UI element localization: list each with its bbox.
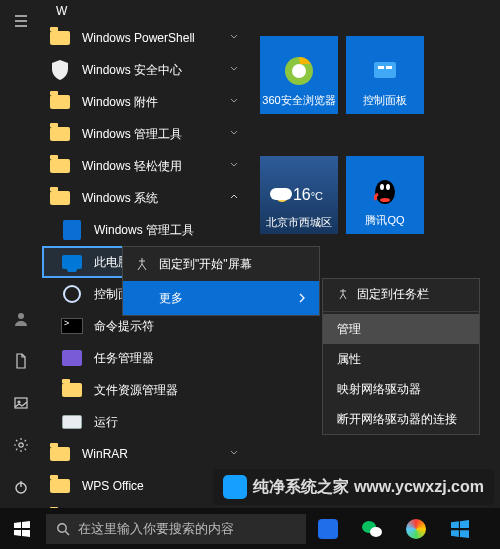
search-icon xyxy=(56,522,70,536)
svg-rect-7 xyxy=(374,62,396,78)
item-label: 文件资源管理器 xyxy=(94,382,247,399)
run-icon xyxy=(62,415,82,429)
taskbar: 在这里输入你要搜索的内容 xyxy=(0,508,500,549)
svg-point-6 xyxy=(292,64,306,78)
taskbar-app-4[interactable] xyxy=(438,508,482,549)
ctx2-label: 固定到任务栏 xyxy=(357,286,429,303)
wechat-icon xyxy=(361,519,383,539)
folder-powershell[interactable]: Windows PowerShell xyxy=(42,22,247,54)
start-menu: W Windows PowerShell Windows 安全中心 Window… xyxy=(0,0,500,549)
hamburger-button[interactable] xyxy=(0,0,42,42)
qq-icon xyxy=(368,174,402,208)
item-task-manager[interactable]: 任务管理器 xyxy=(42,342,247,374)
svg-point-17 xyxy=(370,527,382,537)
folder-icon xyxy=(50,191,70,205)
pin-icon xyxy=(337,288,349,300)
settings-icon[interactable] xyxy=(0,424,42,466)
documents-icon[interactable] xyxy=(0,340,42,382)
tile-label: 控制面板 xyxy=(363,93,407,108)
item-file-explorer[interactable]: 文件资源管理器 xyxy=(42,374,247,406)
windows-logo-icon xyxy=(14,521,30,537)
folder-winrar[interactable]: WinRAR xyxy=(42,438,247,470)
folder-label: Windows 轻松使用 xyxy=(82,158,247,175)
chevron-down-icon xyxy=(229,32,239,42)
ctx-pin-to-start[interactable]: 固定到"开始"屏幕 xyxy=(123,247,319,281)
folder-label: Windows 附件 xyxy=(82,94,247,111)
ctx2-label: 管理 xyxy=(337,321,361,338)
ctx2-properties[interactable]: 属性 xyxy=(323,344,479,374)
windows-logo-icon xyxy=(451,520,469,538)
context-menu-secondary: 固定到任务栏 管理 属性 映射网络驱动器 断开网络驱动器的连接 xyxy=(322,278,480,435)
ctx-label: 更多 xyxy=(159,290,183,307)
folder-icon xyxy=(50,479,70,493)
browser-icon xyxy=(406,519,426,539)
ctx2-label: 属性 xyxy=(337,351,361,368)
shield-icon xyxy=(51,60,69,80)
svg-point-0 xyxy=(18,313,24,319)
tile-weather[interactable]: 16°C 北京市西城区 xyxy=(260,156,338,234)
ctx2-manage[interactable]: 管理 xyxy=(323,314,479,344)
ctx2-map-drive[interactable]: 映射网络驱动器 xyxy=(323,374,479,404)
item-admin-tools[interactable]: Windows 管理工具 xyxy=(42,214,247,246)
context-menu-primary: 固定到"开始"屏幕 更多 xyxy=(122,246,320,316)
folder-icon xyxy=(50,95,70,109)
folder-ease-of-access[interactable]: Windows 轻松使用 xyxy=(42,150,247,182)
folder-icon xyxy=(50,127,70,141)
chevron-up-icon xyxy=(229,192,239,202)
folder-icon xyxy=(62,383,82,397)
chevron-down-icon xyxy=(229,64,239,74)
ctx2-pin-taskbar[interactable]: 固定到任务栏 xyxy=(323,279,479,309)
temperature: 16°C xyxy=(293,186,323,204)
folder-icon xyxy=(50,447,70,461)
item-run[interactable]: 运行 xyxy=(42,406,247,438)
user-icon[interactable] xyxy=(0,298,42,340)
separator xyxy=(323,311,479,312)
taskbar-app-3[interactable] xyxy=(394,508,438,549)
ctx-more[interactable]: 更多 xyxy=(123,281,319,315)
chevron-down-icon xyxy=(229,448,239,458)
svg-point-12 xyxy=(380,184,384,190)
tile-360-browser[interactable]: 360安全浏览器 xyxy=(260,36,338,114)
svg-point-13 xyxy=(386,184,390,190)
power-icon[interactable] xyxy=(0,466,42,508)
letter-header[interactable]: W xyxy=(42,0,247,22)
taskbar-app-1[interactable] xyxy=(306,508,350,549)
tile-control-panel[interactable]: 控制面板 xyxy=(346,36,424,114)
chevron-down-icon xyxy=(229,128,239,138)
search-placeholder: 在这里输入你要搜索的内容 xyxy=(78,520,234,538)
browser-icon xyxy=(282,54,316,88)
ctx-label: 固定到"开始"屏幕 xyxy=(159,256,252,273)
tile-label: 360安全浏览器 xyxy=(262,93,335,108)
pictures-icon[interactable] xyxy=(0,382,42,424)
gear-icon xyxy=(63,285,81,303)
ctx2-disconnect-drive[interactable]: 断开网络驱动器的连接 xyxy=(323,404,479,434)
svg-rect-8 xyxy=(378,66,384,69)
taskbar-search[interactable]: 在这里输入你要搜索的内容 xyxy=(46,514,306,544)
taskbar-app-2[interactable] xyxy=(350,508,394,549)
item-label: 命令提示符 xyxy=(94,318,247,335)
svg-point-14 xyxy=(380,198,390,202)
taskmgr-icon xyxy=(62,350,82,366)
folder-label: WinRAR xyxy=(82,447,247,461)
cmd-icon xyxy=(61,318,83,334)
folder-accessories[interactable]: Windows 附件 xyxy=(42,86,247,118)
chevron-down-icon xyxy=(229,96,239,106)
folder-icon xyxy=(50,159,70,173)
item-label: 运行 xyxy=(94,414,247,431)
start-button[interactable] xyxy=(0,508,44,549)
admin-tools-icon xyxy=(63,220,81,240)
item-label: 任务管理器 xyxy=(94,350,247,367)
tile-qq[interactable]: 腾讯QQ xyxy=(346,156,424,234)
pin-icon xyxy=(135,257,149,271)
item-label: Windows 管理工具 xyxy=(94,222,247,239)
ctx2-label: 映射网络驱动器 xyxy=(337,381,421,398)
svg-point-11 xyxy=(378,181,392,197)
cloud-icon xyxy=(270,188,292,200)
folder-windows-system[interactable]: Windows 系统 xyxy=(42,182,247,214)
folder-admin-tools[interactable]: Windows 管理工具 xyxy=(42,118,247,150)
pc-icon xyxy=(62,255,82,269)
watermark: 纯净系统之家 www.ycwxzj.com xyxy=(213,469,494,505)
folder-icon xyxy=(50,31,70,45)
folder-security[interactable]: Windows 安全中心 xyxy=(42,54,247,86)
left-rail xyxy=(0,0,42,508)
